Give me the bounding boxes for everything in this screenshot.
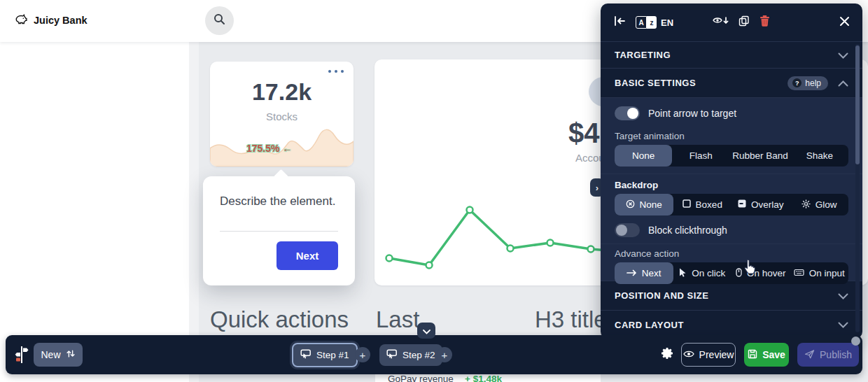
sidebar <box>0 42 189 382</box>
add-step-button[interactable]: + <box>437 347 452 362</box>
chevron-down-icon <box>838 290 848 302</box>
advance-action-label: Advance action <box>615 248 848 259</box>
editor-panel: Az EN TARGETING BASIC SETTINGS ? help <box>601 3 862 339</box>
save-button[interactable]: Save <box>744 343 789 367</box>
heading-h3-title: H3 title <box>535 306 607 333</box>
cursor-arrow-icon <box>679 268 687 279</box>
publish-button[interactable]: Publish <box>797 343 859 367</box>
basic-settings-body: Point arrow to target Target animation N… <box>601 98 862 281</box>
collapse-heading-button[interactable] <box>417 323 435 339</box>
bottom-toolbar: New Step #1 + Step #2 + Preview Save Pub… <box>6 335 862 374</box>
tooltip-step-icon <box>386 349 398 362</box>
divider <box>601 243 862 244</box>
publish-status-badge <box>851 337 860 346</box>
left-arrow-icon: ← <box>282 143 292 154</box>
gear-icon[interactable] <box>661 347 673 362</box>
mouse-icon <box>736 268 742 279</box>
ellipsis-icon[interactable] <box>328 70 344 73</box>
stocks-label: Stocks <box>210 111 354 122</box>
animation-option-rubber-band[interactable]: Rubber Band <box>729 145 791 167</box>
step-2-button[interactable]: Step #2 <box>379 344 442 366</box>
piggy-bank-icon <box>14 13 28 27</box>
close-icon[interactable] <box>839 16 850 29</box>
add-step-button[interactable]: + <box>355 347 370 362</box>
step-label: Step #2 <box>402 350 435 360</box>
brand-name: Juicy Bank <box>34 15 88 26</box>
step-1-button[interactable]: Step #1 <box>292 343 358 367</box>
section-basic-settings[interactable]: BASIC SETTINGS ? help <box>601 69 862 98</box>
tour-target-highlight: 175.5% ← <box>246 143 292 154</box>
point-arrow-toggle-row: Point arrow to target <box>615 106 848 120</box>
divider <box>601 174 862 174</box>
mouse-cursor <box>742 259 757 281</box>
translate-icon: Az <box>636 16 657 29</box>
block-clickthrough-toggle-row: Block clickthrough <box>615 223 848 237</box>
panel-header: Az EN <box>601 3 862 42</box>
backdrop-option-none[interactable]: None <box>615 194 673 215</box>
section-targeting[interactable]: TARGETING <box>601 42 862 69</box>
section-card-layout[interactable]: CARD LAYOUT <box>601 311 862 339</box>
circle-x-icon <box>626 199 635 211</box>
animation-option-none[interactable]: None <box>615 145 672 167</box>
stocks-value: 17.2k <box>210 78 354 106</box>
collapse-left-icon[interactable] <box>613 15 626 29</box>
chevron-up-icon <box>838 77 848 90</box>
sidebar-scrollbar[interactable] <box>189 42 199 382</box>
section-position-and-size[interactable]: POSITION AND SIZE <box>601 281 862 311</box>
revenue-label: GoPay revenue <box>388 374 454 382</box>
trash-icon[interactable] <box>759 15 771 30</box>
signpost-icon[interactable] <box>14 345 29 367</box>
help-badge[interactable]: ? help <box>788 76 828 90</box>
chevron-down-icon <box>838 318 848 331</box>
animation-option-flash[interactable]: Flash <box>672 145 729 167</box>
revenue-delta: + $1.48k <box>465 374 502 382</box>
publish-label: Publish <box>820 349 852 360</box>
backdrop-option-glow[interactable]: Glow <box>790 194 849 215</box>
box-outline-icon <box>682 199 691 210</box>
backdrop-option-overlay[interactable]: Overlay <box>732 194 790 215</box>
heading-quick-actions: Quick actions <box>210 306 349 333</box>
panel-scrollbar-thumb[interactable] <box>855 45 860 164</box>
block-clickthrough-toggle[interactable] <box>615 223 640 237</box>
brand[interactable]: Juicy Bank <box>14 13 88 27</box>
question-icon: ? <box>792 78 802 87</box>
floppy-icon <box>748 349 757 361</box>
account-value: $4 <box>568 118 600 149</box>
keyboard-icon <box>794 268 804 278</box>
target-animation-segmented: None Flash Rubber Band Shake <box>615 145 848 167</box>
point-arrow-toggle[interactable] <box>615 106 640 120</box>
chevron-down-icon <box>423 325 430 337</box>
paper-plane-icon <box>804 349 815 361</box>
backdrop-segmented: None Boxed Overlay Glow <box>615 194 848 215</box>
balance-sparkline-path <box>389 210 616 265</box>
app-root: Juicy Bank FINANCES Dashboard Transactio… <box>0 0 868 382</box>
tooltip-step-icon <box>300 349 312 362</box>
backdrop-option-boxed[interactable]: Boxed <box>673 194 732 215</box>
language-switcher[interactable]: Az EN <box>636 16 673 29</box>
block-clickthrough-label: Block clickthrough <box>648 225 727 236</box>
new-button-label: New <box>41 349 60 360</box>
search-button[interactable] <box>205 6 234 35</box>
backdrop-label: Backdrop <box>615 180 848 190</box>
balance-sparkline-dots <box>386 207 594 269</box>
stocks-card: 17.2k Stocks 175.5% ← <box>210 62 354 167</box>
target-animation-label: Target animation <box>615 131 848 141</box>
tooltip-divider <box>220 231 338 232</box>
preview-button[interactable]: Preview <box>681 343 736 367</box>
tour-tooltip: Describe the element. Next <box>203 176 355 285</box>
eye-icon <box>683 349 694 360</box>
swap-vertical-icon <box>66 348 76 361</box>
eye-arrow-icon[interactable] <box>713 15 729 29</box>
tooltip-arrow <box>274 169 288 184</box>
search-icon <box>213 13 226 29</box>
new-tour-button[interactable]: New <box>34 343 83 367</box>
tour-next-button[interactable]: Next <box>276 241 338 270</box>
language-code: EN <box>661 17 673 28</box>
chevron-down-icon <box>838 49 848 62</box>
preview-label: Preview <box>699 349 734 360</box>
animation-option-shake[interactable]: Shake <box>791 145 848 167</box>
duplicate-icon[interactable] <box>738 15 750 29</box>
overlay-icon <box>738 199 746 210</box>
tooltip-text: Describe the element. <box>220 194 335 208</box>
point-arrow-label: Point arrow to target <box>648 108 736 119</box>
